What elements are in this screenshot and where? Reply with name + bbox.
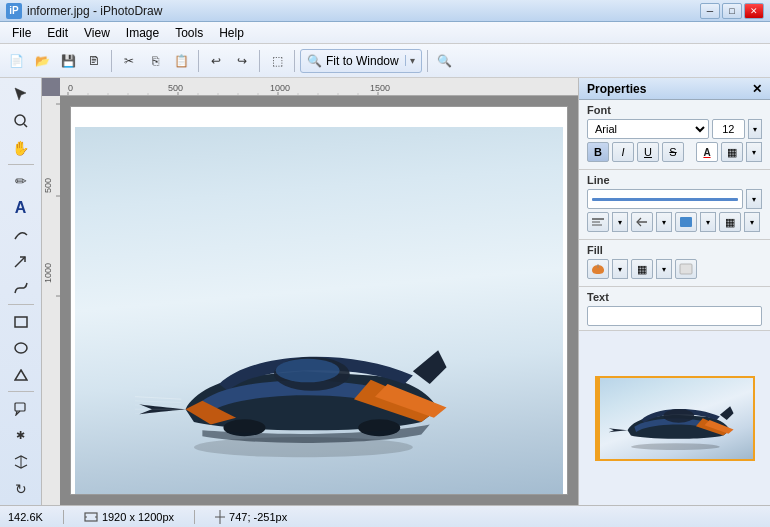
cut-button[interactable]: ✂ xyxy=(117,49,141,73)
line-grid-btn[interactable]: ▦ xyxy=(719,212,741,232)
triangle-tool[interactable] xyxy=(7,363,35,388)
fill-section: Fill ▾ ▦ ▾ xyxy=(579,240,770,287)
italic-button[interactable]: I xyxy=(612,142,634,162)
pan-tool[interactable]: ✋ xyxy=(7,135,35,160)
text-label: Text xyxy=(587,291,762,303)
titlebar-left: iP informer.jpg - iPhotoDraw xyxy=(6,3,162,19)
properties-close-button[interactable]: ✕ xyxy=(752,82,762,96)
properties-title: Properties xyxy=(587,82,646,96)
menu-file[interactable]: File xyxy=(4,24,39,42)
pencil-tool[interactable]: ✏ xyxy=(7,169,35,194)
toolbar-sep-2 xyxy=(198,50,199,72)
select-tool[interactable] xyxy=(7,82,35,107)
canvas-paper xyxy=(70,106,568,495)
svg-line-42 xyxy=(135,405,181,406)
menu-edit[interactable]: Edit xyxy=(39,24,76,42)
menu-tools[interactable]: Tools xyxy=(167,24,211,42)
undo-button[interactable]: ↩ xyxy=(204,49,228,73)
canvas-area[interactable]: 0 500 1000 1500 xyxy=(42,78,578,505)
redo-button[interactable]: ↪ xyxy=(230,49,254,73)
left-toolbar-sep-1 xyxy=(8,164,34,165)
stamp-tool[interactable]: ✱ xyxy=(7,423,35,448)
fill-grid-btn[interactable]: ▦ xyxy=(631,259,653,279)
fill-solid-btn[interactable] xyxy=(675,259,697,279)
thumbnail-image xyxy=(595,376,755,461)
svg-point-0 xyxy=(15,115,25,125)
line-dropdown[interactable]: ▾ xyxy=(746,189,762,209)
fill-color-btn[interactable] xyxy=(587,259,609,279)
status-sep-1 xyxy=(63,510,64,524)
line-style-select[interactable] xyxy=(587,189,743,209)
font-more-dropdown[interactable]: ▾ xyxy=(746,142,762,162)
curve-tool[interactable] xyxy=(7,222,35,247)
rect-tool[interactable] xyxy=(7,309,35,334)
fill-grid-dropdown[interactable]: ▾ xyxy=(656,259,672,279)
fit-window-label: Fit to Window xyxy=(326,54,399,68)
toolbar-sep-3 xyxy=(259,50,260,72)
line-color-btn[interactable] xyxy=(675,212,697,232)
canvas-inner[interactable] xyxy=(60,96,578,505)
svg-point-52 xyxy=(663,409,694,423)
text-input[interactable] xyxy=(587,306,762,326)
svg-text:1000: 1000 xyxy=(270,83,290,93)
minimize-button[interactable]: ─ xyxy=(700,3,720,19)
text-tool[interactable]: A xyxy=(7,196,35,221)
line-align-left[interactable] xyxy=(587,212,609,232)
font-size-dropdown[interactable]: ▾ xyxy=(748,119,762,139)
open-button[interactable]: 📂 xyxy=(30,49,54,73)
fill-options-row: ▾ ▦ ▾ xyxy=(587,259,762,279)
text-color-button[interactable]: A xyxy=(696,142,718,162)
new-button[interactable]: 📄 xyxy=(4,49,28,73)
rotate-tool[interactable]: ↻ xyxy=(7,476,35,501)
zoom-tool[interactable] xyxy=(7,109,35,134)
close-button[interactable]: ✕ xyxy=(744,3,764,19)
svg-line-44 xyxy=(135,413,181,414)
svg-point-37 xyxy=(276,359,340,383)
window-controls[interactable]: ─ □ ✕ xyxy=(700,3,764,19)
line-options-row: ▾ ▾ ▾ ▦ ▾ xyxy=(587,212,762,232)
fill-color-dropdown[interactable]: ▾ xyxy=(612,259,628,279)
left-toolbar-sep-3 xyxy=(8,391,34,392)
flip-tool[interactable] xyxy=(7,450,35,475)
line-arrow-dropdown[interactable]: ▾ xyxy=(656,212,672,232)
svg-rect-3 xyxy=(15,317,27,327)
line-arrow-start[interactable] xyxy=(631,212,653,232)
strikethrough-button[interactable]: S xyxy=(662,142,684,162)
save-as-button[interactable]: 🖹 xyxy=(82,49,106,73)
underline-button[interactable]: U xyxy=(637,142,659,162)
arrow-tool[interactable] xyxy=(7,249,35,274)
line-align-dropdown[interactable]: ▾ xyxy=(612,212,628,232)
toolbar: 📄 📂 💾 🖹 ✂ ⎘ 📋 ↩ ↪ ⬚ 🔍 Fit to Window ▾ 🔍 xyxy=(0,44,770,78)
line-grid-dropdown[interactable]: ▾ xyxy=(744,212,760,232)
svg-marker-5 xyxy=(15,370,27,380)
save-button[interactable]: 💾 xyxy=(56,49,80,73)
cursor-icon xyxy=(215,510,225,524)
svg-text:500: 500 xyxy=(43,178,53,193)
line-label: Line xyxy=(587,174,762,186)
magnify-button[interactable]: 🔍 xyxy=(433,49,457,73)
lasso-button[interactable]: ⬚ xyxy=(265,49,289,73)
menu-view[interactable]: View xyxy=(76,24,118,42)
font-name-select[interactable]: Arial Times New Roman Verdana xyxy=(587,119,709,139)
bezier-tool[interactable] xyxy=(7,276,35,301)
menu-image[interactable]: Image xyxy=(118,24,167,42)
callout-tool[interactable] xyxy=(7,396,35,421)
svg-rect-50 xyxy=(680,264,692,274)
fit-window-dropdown[interactable]: ▾ xyxy=(405,55,415,66)
line-color-dropdown[interactable]: ▾ xyxy=(700,212,716,232)
paste-button[interactable]: 📋 xyxy=(169,49,193,73)
vertical-ruler: 500 1000 xyxy=(42,96,60,505)
ellipse-tool[interactable] xyxy=(7,336,35,361)
fill-label: Fill xyxy=(587,244,762,256)
fit-window-group[interactable]: 🔍 Fit to Window ▾ xyxy=(300,49,422,73)
canvas-image xyxy=(75,127,563,494)
maximize-button[interactable]: □ xyxy=(722,3,742,19)
font-format-row: B I U S A ▦ ▾ xyxy=(587,142,762,162)
app-icon: iP xyxy=(6,3,22,19)
font-section: Font Arial Times New Roman Verdana 12 ▾ … xyxy=(579,100,770,170)
font-grid-button[interactable]: ▦ xyxy=(721,142,743,162)
window-title: informer.jpg - iPhotoDraw xyxy=(27,4,162,18)
bold-button[interactable]: B xyxy=(587,142,609,162)
copy-button[interactable]: ⎘ xyxy=(143,49,167,73)
menu-help[interactable]: Help xyxy=(211,24,252,42)
